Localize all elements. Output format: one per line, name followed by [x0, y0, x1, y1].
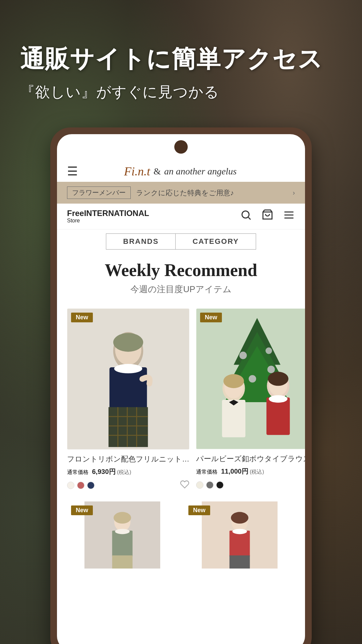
color-dot-cream [67, 482, 74, 489]
banner-tag: フラワーメンバー [67, 186, 131, 199]
sub-headline: 『欲しい』がすぐに見つかる [20, 82, 342, 102]
product-image-2 [196, 309, 305, 449]
cart-icon[interactable] [261, 209, 274, 224]
color-dot-gray [206, 481, 214, 489]
svg-point-27 [265, 347, 272, 354]
tab-category[interactable]: CATEGORY [175, 233, 256, 250]
price-label-text-1: 通常価格 [67, 469, 88, 475]
product-image-wrap-4: New [184, 501, 295, 569]
product-price-row-2: 通常価格 11,000円 (税込) [196, 467, 305, 476]
svg-rect-31 [222, 400, 245, 437]
store-icons [240, 209, 295, 224]
product-price-row-1: 通常価格 6,930円 (税込) [67, 467, 189, 476]
device-mockup: ☰ Fi.n.t & an another angelus フラワーメンバー ラ… [50, 127, 312, 644]
product-card-1[interactable]: New フロントリボン配色フリルニット… 通常価格 6,930円 (税込) [64, 305, 193, 495]
product-image-wrap-1: New [67, 309, 189, 449]
color-dot-ivory [196, 481, 203, 489]
svg-point-24 [239, 352, 247, 359]
color-dot-black [216, 481, 224, 489]
svg-point-26 [249, 375, 256, 383]
svg-rect-48 [230, 555, 250, 569]
svg-point-41 [115, 529, 129, 534]
bottom-spacer [57, 577, 305, 597]
top-section: 通販サイトに簡単アクセス 『欲しい』がすぐに見つかる [0, 0, 362, 141]
product-image-wrap-3: New [67, 501, 178, 569]
svg-rect-13 [109, 407, 148, 447]
category-tabs: BRANDS CATEGORY [57, 229, 305, 254]
store-name-sub: Store [67, 218, 149, 224]
app-content: ☰ Fi.n.t & an another angelus フラワーメンバー ラ… [57, 158, 305, 644]
price-label-text-2: 通常価格 [196, 469, 218, 475]
brand-banner[interactable]: フラワーメンバー ランクに応じた特典をご用意♪ › [57, 182, 305, 204]
app-scroll[interactable]: ☰ Fi.n.t & an another angelus フラワーメンバー ラ… [57, 158, 305, 644]
store-name-block: FreeINTERNATIONAL Store [67, 209, 149, 224]
product-actions-2 [196, 479, 305, 491]
product-badge-2: New [200, 313, 222, 322]
main-headline: 通販サイトに簡単アクセス [20, 46, 342, 72]
product-badge-4: New [188, 505, 210, 515]
store-name: FreeINTERNATIONAL [67, 209, 149, 218]
brand-logo-1: Fi.n.t [124, 164, 150, 178]
svg-point-25 [267, 366, 275, 373]
color-dot-red [77, 482, 84, 489]
brand-logo-2: an another angelus [164, 166, 237, 177]
camera-dot [174, 140, 188, 154]
product-actions-1 [67, 480, 189, 491]
product-card-2[interactable]: New パールビーズ釦ボウタイブラウス… 通常価格 11,000円 (税込) [193, 305, 305, 495]
weekly-subtitle: 今週の注目度UPアイテム [67, 283, 295, 295]
price-tax-2: (税込) [250, 469, 264, 475]
svg-point-39 [114, 512, 131, 524]
product-badge-1: New [71, 313, 93, 322]
price-value-2: 11,000円 [221, 468, 248, 475]
nav-logo: Fi.n.t & an another angelus [124, 164, 237, 178]
menu-icon[interactable] [283, 209, 295, 224]
product-grid: New フロントリボン配色フリルニット… 通常価格 6,930円 (税込) [57, 305, 305, 495]
svg-rect-46 [230, 531, 250, 557]
product-grid-row2: New [57, 498, 305, 577]
product-price-label-1: 通常価格 6,930円 (税込) [67, 467, 131, 476]
price-tax-1: (税込) [117, 469, 131, 475]
app-nav: ☰ Fi.n.t & an another angelus [57, 158, 305, 182]
weekly-title: Weekly Recommend [67, 260, 295, 280]
svg-line-1 [248, 217, 251, 220]
product-image-1 [67, 309, 189, 449]
svg-point-10 [113, 333, 143, 352]
banner-text: ランクに応じた特典をご用意♪ [136, 188, 234, 198]
wishlist-icon-1[interactable] [180, 480, 189, 491]
svg-rect-40 [112, 531, 133, 557]
device-inner: ☰ Fi.n.t & an another angelus フラワーメンバー ラ… [57, 134, 305, 644]
product-price-label-2: 通常価格 11,000円 (税込) [196, 467, 264, 476]
weekly-section: Weekly Recommend 今週の注目度UPアイテム [57, 254, 305, 305]
svg-point-45 [231, 512, 248, 524]
banner-arrow-icon: › [293, 189, 295, 197]
color-dots-2 [196, 481, 224, 489]
svg-rect-42 [112, 555, 133, 569]
product-image-wrap-2: New [196, 309, 305, 449]
product-badge-3: New [71, 505, 93, 515]
svg-rect-35 [266, 398, 290, 435]
product-card-3[interactable]: New [64, 498, 181, 577]
nav-hamburger-icon[interactable]: ☰ [67, 164, 78, 178]
svg-point-30 [224, 374, 244, 388]
brand-logo-and: & [154, 166, 161, 177]
svg-point-0 [242, 211, 249, 218]
product-name-1: フロントリボン配色フリルニット… [67, 454, 189, 465]
product-card-4[interactable]: New [181, 498, 298, 577]
store-header: FreeINTERNATIONAL Store [57, 204, 305, 229]
svg-point-34 [268, 372, 288, 386]
svg-rect-11 [110, 367, 147, 410]
color-dots-1 [67, 482, 95, 489]
tab-brands[interactable]: BRANDS [106, 233, 175, 250]
color-dot-navy [87, 482, 95, 489]
product-name-2: パールビーズ釦ボウタイブラウス… [196, 454, 305, 464]
price-value-1: 6,930円 [92, 468, 115, 475]
search-icon[interactable] [240, 209, 252, 224]
